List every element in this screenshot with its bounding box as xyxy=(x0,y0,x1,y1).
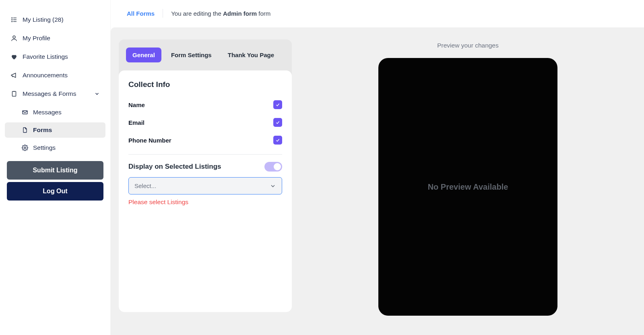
sidebar-item-my-listing[interactable]: My Listing (28) xyxy=(5,12,105,27)
check-icon xyxy=(275,102,280,107)
preview-device: No Preview Available xyxy=(378,58,557,316)
checkbox-name[interactable] xyxy=(273,100,282,109)
tab-thank-you-page[interactable]: Thank You Page xyxy=(221,48,281,62)
display-on-listings-label: Display on Selected Listings xyxy=(128,163,221,171)
svg-point-5 xyxy=(12,21,12,22)
preview-label: Preview your changes xyxy=(437,42,499,49)
megaphone-icon xyxy=(10,72,18,79)
sidebar-item-messages[interactable]: Messages xyxy=(5,105,105,120)
field-row-name: Name xyxy=(128,97,282,112)
clipboard-icon xyxy=(10,90,18,97)
sidebar-item-label: Favorite Listings xyxy=(23,53,100,60)
check-icon xyxy=(275,138,280,143)
toggle-knob xyxy=(274,163,281,170)
sidebar-item-label: Forms xyxy=(33,126,52,134)
checkbox-phone[interactable] xyxy=(273,136,282,145)
sidebar-item-my-profile[interactable]: My Profile xyxy=(5,31,105,46)
svg-point-4 xyxy=(12,19,12,20)
editing-label: You are editing the Admin form form xyxy=(171,10,270,17)
mail-icon xyxy=(22,109,28,116)
collect-info-title: Collect Info xyxy=(128,80,282,89)
sidebar-item-announcements[interactable]: Announcements xyxy=(5,68,105,83)
form-body: Collect Info Name Email Ph xyxy=(119,70,292,312)
form-panel: General Form Settings Thank You Page Col… xyxy=(119,39,292,312)
all-forms-link[interactable]: All Forms xyxy=(127,10,155,17)
preview-column: Preview your changes No Preview Availabl… xyxy=(308,39,636,316)
main: All Forms You are editing the Admin form… xyxy=(111,0,644,335)
listings-select[interactable]: Select... xyxy=(128,177,282,194)
submit-listing-button[interactable]: Submit Listing xyxy=(7,161,103,180)
sidebar-item-label: Announcements xyxy=(23,72,100,79)
topbar: All Forms You are editing the Admin form… xyxy=(111,4,644,27)
sidebar-item-favorite-listings[interactable]: Favorite Listings xyxy=(5,49,105,64)
sidebar-item-settings[interactable]: Settings xyxy=(5,140,105,155)
sidebar: My Listing (28) My Profile Favorite List… xyxy=(0,0,111,335)
select-placeholder: Select... xyxy=(134,182,156,189)
checkbox-email[interactable] xyxy=(273,118,282,127)
preview-empty-text: No Preview Available xyxy=(428,182,508,192)
field-label: Email xyxy=(128,119,144,126)
user-icon xyxy=(10,35,18,42)
sidebar-item-messages-forms[interactable]: Messages & Forms xyxy=(5,86,105,101)
sidebar-item-label: My Listing (28) xyxy=(23,16,100,23)
svg-point-6 xyxy=(13,36,15,38)
file-icon xyxy=(22,127,28,133)
check-icon xyxy=(275,120,280,125)
field-row-phone: Phone Number xyxy=(128,132,282,148)
sidebar-item-label: My Profile xyxy=(23,35,100,42)
tab-general[interactable]: General xyxy=(126,48,161,62)
display-on-listings-row: Display on Selected Listings xyxy=(128,162,282,172)
content-area: General Form Settings Thank You Page Col… xyxy=(111,27,644,335)
logout-button[interactable]: Log Out xyxy=(7,182,103,201)
svg-rect-7 xyxy=(12,91,16,96)
display-on-listings-toggle[interactable] xyxy=(264,162,282,172)
sidebar-item-label: Messages & Forms xyxy=(23,90,89,97)
svg-point-9 xyxy=(24,147,26,149)
chevron-down-icon xyxy=(270,183,276,189)
sidebar-item-forms[interactable]: Forms xyxy=(5,122,105,138)
sidebar-item-label: Settings xyxy=(33,144,56,151)
chevron-down-icon xyxy=(94,91,100,97)
field-label: Name xyxy=(128,101,145,108)
divider xyxy=(163,9,163,18)
field-label: Phone Number xyxy=(128,137,171,144)
listings-error-text: Please select Listings xyxy=(128,199,282,206)
divider xyxy=(128,154,282,155)
sidebar-item-label: Messages xyxy=(33,109,62,116)
field-row-email: Email xyxy=(128,115,282,130)
svg-point-3 xyxy=(12,18,12,19)
gear-icon xyxy=(22,145,28,151)
tab-form-settings[interactable]: Form Settings xyxy=(165,48,218,62)
tabs: General Form Settings Thank You Page xyxy=(119,39,292,70)
list-icon xyxy=(10,16,18,23)
heart-icon xyxy=(10,53,18,60)
